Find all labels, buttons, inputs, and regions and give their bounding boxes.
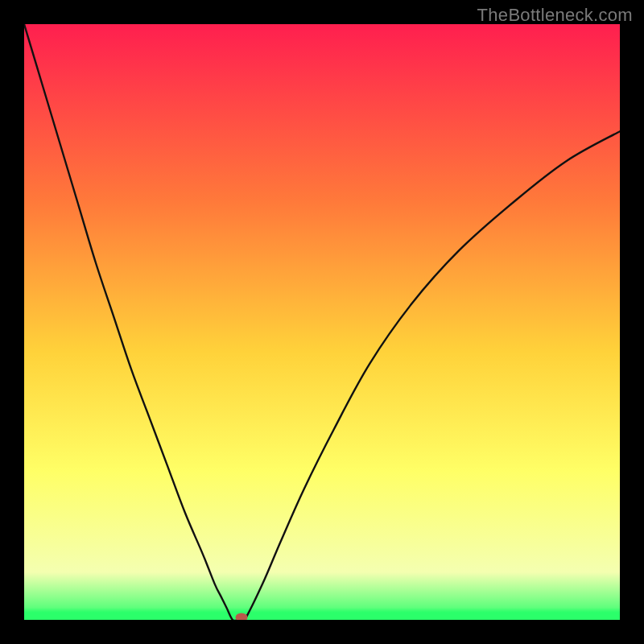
plot-area [24, 24, 620, 620]
optimal-point-marker [236, 613, 248, 621]
watermark-label: TheBottleneck.com [477, 5, 633, 26]
chart-frame: TheBottleneck.com [0, 0, 644, 644]
bottleneck-curve [24, 24, 620, 620]
